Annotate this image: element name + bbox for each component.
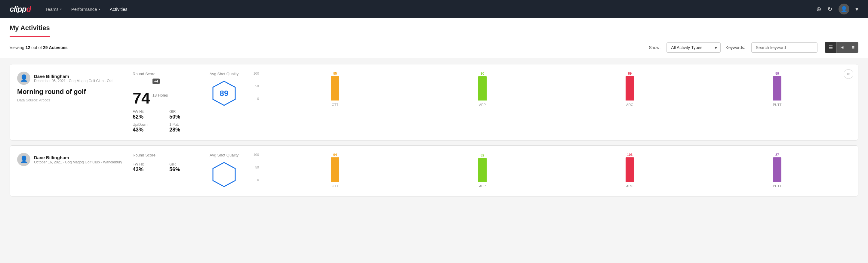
avatar: 👤: [17, 153, 30, 166]
bar-value: 87: [775, 153, 779, 156]
card-left: 👤 Dave Billingham December 05, 2021 · Go…: [17, 71, 125, 102]
activity-card: ✏ 👤 Dave Billingham December 05, 2021 · …: [10, 64, 858, 141]
bar-group: 94OTT: [261, 153, 409, 182]
bar-body: [773, 76, 781, 100]
updown-label: Up/Down: [133, 122, 162, 127]
compact-list-view-button[interactable]: ☰: [825, 42, 837, 53]
chart-y-labels: 100 50 0: [249, 153, 259, 182]
viewing-count: 12: [26, 45, 30, 50]
card-quality: Avg Shot Quality: [206, 153, 242, 188]
card-left: 👤 Dave Billingham October 16, 2021 · Gog…: [17, 153, 125, 169]
svg-marker-1: [213, 163, 235, 186]
bar-group: 106ARG: [556, 153, 704, 182]
fw-hit-label: FW Hit: [133, 110, 162, 114]
refresh-icon[interactable]: ↻: [828, 5, 833, 12]
filter-bar: Viewing 12 out of 29 Activities Show: Al…: [0, 37, 868, 58]
bar-value: 94: [333, 153, 337, 156]
chart-bars: 85OTT90APP89ARG89PUTT: [261, 71, 851, 100]
hexagon: [211, 161, 238, 188]
gir-stat: GIR 56%: [169, 162, 199, 173]
data-source: Data Source: Arccos: [17, 98, 125, 102]
user-info: Dave Billingham December 05, 2021 · Gog …: [34, 74, 113, 83]
nav-teams[interactable]: Teams ▾: [45, 4, 62, 14]
performance-chevron-icon: ▾: [99, 7, 100, 11]
bar-value: 85: [333, 71, 337, 75]
nav-performance-label: Performance: [71, 7, 97, 12]
bar-label: PUTT: [773, 184, 782, 188]
bar-value: 89: [775, 71, 779, 75]
avatar-chevron-icon[interactable]: ▾: [856, 5, 858, 12]
list-view-button[interactable]: ≡: [848, 42, 858, 53]
round-score-label: Round Score: [133, 153, 199, 157]
avatar-icon: 👤: [841, 6, 847, 12]
add-icon[interactable]: ⊕: [816, 5, 822, 12]
bar-label: OTT: [332, 103, 338, 107]
bar-group: 89ARG: [556, 71, 704, 100]
page-header: My Activities: [0, 18, 868, 37]
one-putt-label: 1 Putt: [169, 122, 199, 127]
bar-label: APP: [479, 184, 486, 188]
teams-chevron-icon: ▾: [60, 7, 62, 11]
avatar-icon: 👤: [20, 155, 28, 164]
sub-stats: FW Hit 43% GIR 56%: [133, 162, 199, 173]
bar-body: [773, 157, 781, 182]
bar-body: [478, 158, 487, 182]
updown-value: 43%: [133, 127, 162, 133]
bar-body: [331, 157, 339, 182]
search-input[interactable]: [751, 42, 817, 53]
gir-label: GIR: [169, 162, 199, 167]
hexagon: 89: [211, 80, 238, 107]
gir-stat: GIR 50%: [169, 110, 199, 120]
activity-title: Morning round of golf: [17, 88, 125, 96]
fw-hit-stat: FW Hit 43%: [133, 162, 162, 173]
viewing-total: 29: [43, 45, 48, 50]
page-title: My Activities: [10, 18, 50, 37]
user-row: 👤 Dave Billingham December 05, 2021 · Go…: [17, 71, 125, 85]
card-chart: 100 50 0 94OTT82APP106ARG87PUTT: [249, 153, 851, 189]
user-name: Dave Billingham: [34, 155, 122, 160]
bar-body: [478, 76, 487, 100]
viewing-text: Viewing 12 out of 29 Activities: [10, 45, 68, 50]
bar-label: ARG: [626, 184, 633, 188]
card-quality: Avg Shot Quality 89: [206, 71, 242, 107]
fw-hit-label: FW Hit: [133, 162, 162, 167]
activity-type-select[interactable]: All Activity Types: [666, 42, 721, 53]
bar-group: 82APP: [409, 153, 556, 182]
bar-body: [626, 157, 634, 182]
chart-bars: 94OTT82APP106ARG87PUTT: [261, 153, 851, 182]
logo[interactable]: clippd: [10, 4, 31, 14]
gir-value: 50%: [169, 114, 199, 120]
user-name: Dave Billingham: [34, 74, 113, 79]
bar-group: 87PUTT: [704, 153, 851, 182]
bar-value: 82: [480, 153, 484, 157]
activity-card: 👤 Dave Billingham October 16, 2021 · Gog…: [10, 145, 858, 197]
avatar[interactable]: 👤: [839, 4, 849, 14]
show-label: Show:: [649, 45, 660, 50]
user-date: December 05, 2021 · Gog Magog Golf Club …: [34, 79, 113, 83]
nav-activities-label: Activities: [110, 7, 127, 12]
bar-label: OTT: [332, 184, 338, 188]
nav-activities[interactable]: Activities: [110, 4, 127, 14]
nav-performance[interactable]: Performance ▾: [71, 4, 100, 14]
sub-stats: FW Hit 62% GIR 50% Up/Down 43% 1 Putt 28…: [133, 110, 199, 133]
bar-value: 89: [628, 71, 631, 75]
user-date: October 16, 2021 · Gog Magog Golf Club -…: [34, 160, 122, 164]
bar-group: 90APP: [409, 71, 556, 100]
content: ✏ 👤 Dave Billingham December 05, 2021 · …: [0, 58, 868, 203]
one-putt-value: 28%: [169, 127, 199, 133]
bar-label: ARG: [626, 103, 633, 107]
user-info: Dave Billingham October 16, 2021 · Gog M…: [34, 155, 122, 164]
nav-right: ⊕ ↻ 👤 ▾: [816, 4, 858, 14]
gir-value: 56%: [169, 167, 199, 173]
avg-shot-quality-label: Avg Shot Quality: [210, 153, 239, 157]
holes-text: 18 Holes: [153, 93, 168, 97]
nav-teams-label: Teams: [45, 7, 59, 12]
gir-label: GIR: [169, 110, 199, 114]
hexagon-number: 89: [220, 89, 228, 98]
bar-label: APP: [479, 103, 486, 107]
updown-stat: Up/Down 43%: [133, 122, 162, 133]
grid-view-button[interactable]: ⊞: [837, 42, 848, 53]
fw-hit-value: 43%: [133, 167, 162, 173]
activity-type-select-wrapper: All Activity Types: [666, 42, 721, 53]
bar-body: [331, 76, 339, 100]
